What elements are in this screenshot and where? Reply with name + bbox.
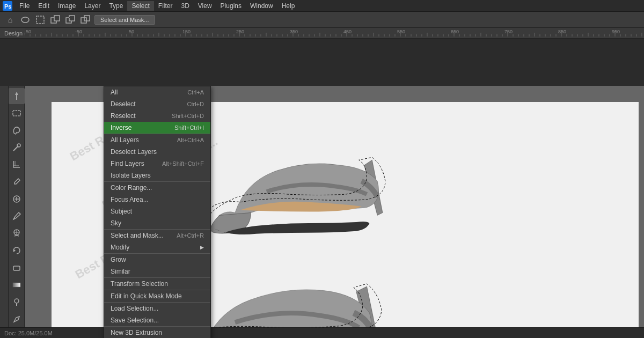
select-subject[interactable]: Subject (104, 205, 210, 217)
select-transform-selection[interactable]: Transform Selection (104, 278, 210, 290)
left-toolbar: T (0, 86, 25, 338)
select-save-selection[interactable]: Save Selection... (104, 314, 210, 326)
svg-rect-5 (54, 16, 60, 21)
select-load-selection[interactable]: Load Selection... (104, 303, 210, 314)
select-quick-mask[interactable]: Edit in Quick Mask Mode (104, 290, 210, 302)
svg-rect-9 (81, 18, 86, 23)
history-brush-tool[interactable] (9, 243, 25, 259)
svg-text:Ps: Ps (4, 3, 11, 10)
select-menu-section-8: Load Selection... Save Selection... (104, 303, 210, 327)
svg-marker-23 (13, 249, 16, 252)
menu-help[interactable]: Help (277, 1, 299, 11)
select-menu-section-5: Grow Similar (104, 254, 210, 278)
menu-image[interactable]: Image (54, 1, 80, 11)
menu-select[interactable]: Select (127, 1, 153, 11)
svg-rect-25 (13, 283, 20, 287)
select-color-range[interactable]: Color Range... (104, 182, 210, 194)
svg-rect-12 (13, 111, 20, 116)
svg-point-14 (17, 144, 20, 147)
select-similar[interactable]: Similar (104, 266, 210, 277)
select-sky[interactable]: Sky (104, 217, 210, 229)
select-all-layers[interactable]: All Layers Alt+Ctrl+A (104, 134, 210, 146)
subtract-selection-icon[interactable] (64, 14, 76, 26)
status-text: Doc: 25.0M/25.0M (4, 330, 53, 336)
select-inverse[interactable]: Inverse Shift+Ctrl+I (104, 122, 210, 134)
select-menu-section-7: Edit in Quick Mask Mode (104, 290, 210, 303)
select-all[interactable]: All Ctrl+A (104, 86, 210, 98)
select-menu-section-6: Transform Selection (104, 278, 210, 290)
menu-plugins[interactable]: Plugins (216, 1, 246, 11)
select-menu-section-9: New 3D Extrusion (104, 327, 210, 338)
svg-point-2 (21, 17, 29, 23)
select-and-mask-button[interactable]: Select and Mask... (94, 15, 155, 25)
select-find-layers[interactable]: Find Layers Alt+Shift+Ctrl+F (104, 158, 210, 170)
svg-point-26 (14, 299, 19, 303)
ps-logo: Ps (2, 1, 13, 11)
gradient-tool[interactable] (9, 277, 25, 293)
select-new-3d-extrusion[interactable]: New 3D Extrusion (104, 327, 210, 338)
menu-type[interactable]: Type (105, 1, 127, 11)
svg-rect-3 (36, 16, 44, 24)
magic-wand-tool[interactable] (9, 139, 25, 156)
select-grow[interactable]: Grow (104, 254, 210, 266)
select-menu-section-1: All Ctrl+A Deselect Ctrl+D Reselect Shif… (104, 86, 210, 134)
menu-edit[interactable]: Edit (34, 1, 54, 11)
select-focus-area[interactable]: Focus Area... (104, 194, 210, 205)
menu-file[interactable]: File (15, 1, 34, 11)
status-bar: Doc: 25.0M/25.0M (0, 327, 644, 338)
menu-3d[interactable]: 3D (177, 1, 193, 11)
eraser-tool[interactable] (9, 260, 25, 276)
eyedropper-tool[interactable] (9, 174, 25, 190)
select-menu-section-3: Color Range... Focus Area... Subject Sky (104, 182, 210, 230)
move-tool[interactable] (9, 88, 25, 104)
canvas-area: Best Regards Test Re... Best Regards Tes… (25, 86, 644, 338)
svg-marker-11 (15, 92, 18, 100)
rect-select-icon[interactable] (34, 14, 46, 26)
home-icon[interactable]: ⌂ (4, 14, 16, 26)
crop-tool[interactable] (9, 157, 25, 173)
pen-tool[interactable] (9, 311, 25, 327)
select-dropdown-menu: All Ctrl+A Deselect Ctrl+D Reselect Shif… (104, 86, 211, 338)
ruler-vertical (0, 86, 9, 338)
menu-filter[interactable]: Filter (154, 1, 177, 11)
ruler-horizontal (25, 28, 644, 36)
intersect-selection-icon[interactable] (79, 14, 91, 26)
lasso-icon[interactable] (19, 14, 31, 26)
brush-tool[interactable] (9, 208, 25, 224)
menu-bar: Ps File Edit Image Layer Type Select Fil… (0, 0, 644, 12)
select-deselect[interactable]: Deselect Ctrl+D (104, 98, 210, 110)
clone-tool[interactable] (9, 225, 25, 241)
svg-rect-24 (13, 266, 20, 270)
select-and-mask[interactable]: Select and Mask... Alt+Ctrl+R (104, 230, 210, 241)
menu-window[interactable]: Window (246, 1, 277, 11)
select-deselect-layers[interactable]: Deselect Layers (104, 146, 210, 158)
lasso-tool[interactable] (9, 122, 25, 138)
marquee-tool[interactable] (9, 105, 25, 121)
menu-view[interactable]: View (194, 1, 216, 11)
select-menu-section-4: Select and Mask... Alt+Ctrl+R Modify (104, 230, 210, 254)
menu-layer[interactable]: Layer (80, 1, 105, 11)
svg-rect-10 (84, 16, 90, 21)
select-modify[interactable]: Modify (104, 241, 210, 253)
heal-tool[interactable] (9, 191, 25, 207)
add-to-selection-icon[interactable] (49, 14, 61, 26)
options-bar: ⌂ Select and Mask... (0, 12, 644, 28)
select-isolate-layers[interactable]: Isolate Layers (104, 170, 210, 181)
select-menu-section-2: All Layers Alt+Ctrl+A Deselect Layers Fi… (104, 134, 210, 182)
select-reselect[interactable]: Reselect Shift+Ctrl+D (104, 110, 210, 122)
dodge-tool[interactable] (9, 294, 25, 310)
